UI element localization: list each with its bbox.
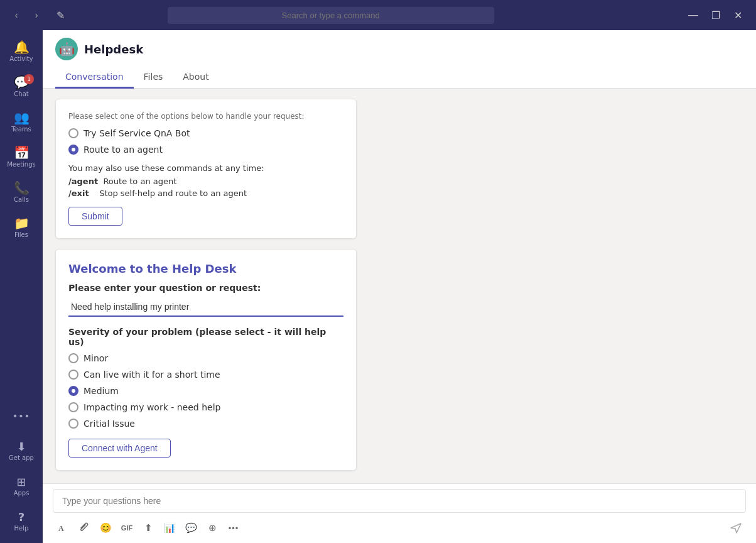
get-app-icon: ⬇ — [16, 441, 26, 452]
severity-minor[interactable]: Minor — [68, 353, 343, 363]
tab-conversation[interactable]: Conversation — [55, 67, 134, 89]
card1-options: Try Self Service QnA Bot Route to an age… — [68, 128, 343, 155]
sidebar-item-label: Files — [14, 231, 28, 238]
sidebar-item-get-app[interactable]: ⬇ Get app — [4, 435, 39, 468]
send-button[interactable] — [726, 518, 746, 538]
severity-critical-label: Critial Issue — [84, 419, 135, 429]
more-options-button[interactable]: ••• — [224, 518, 244, 538]
close-button[interactable]: ✕ — [728, 6, 748, 24]
title-bar: ‹ › ✎ — ❐ ✕ — [0, 0, 756, 30]
channel-title: Helpdesk — [84, 43, 143, 56]
sidebar-item-help[interactable]: ? Help — [4, 505, 39, 538]
severity-impacting-label: Impacting my work - need help — [84, 402, 220, 412]
submit-button[interactable]: Submit — [68, 207, 122, 226]
sticker-button[interactable]: ⬆ — [138, 518, 158, 538]
sidebar-item-activity[interactable]: 🔔 Activity — [4, 35, 39, 68]
sidebar-item-label: Activity — [9, 55, 33, 62]
chat-badge: 1 — [24, 74, 34, 84]
sidebar-item-apps[interactable]: ⊞ Apps — [4, 470, 39, 503]
radio-medium[interactable] — [68, 386, 78, 396]
question-label: Please enter your question or request: — [68, 283, 343, 293]
sidebar-item-more[interactable]: ••• — [4, 400, 39, 432]
sidebar-item-label: Calls — [14, 196, 29, 203]
apps-toolbar-button[interactable]: ⊕ — [202, 518, 222, 538]
chart-button[interactable]: 📊 — [159, 518, 180, 538]
meeting-button[interactable]: 💬 — [181, 518, 201, 538]
severity-can-live-label: Can live with it for a short time — [84, 370, 220, 380]
sidebar-item-teams[interactable]: 👥 Teams — [4, 106, 39, 138]
sidebar-item-label: Chat — [14, 90, 28, 97]
messages-area: Please select one of the options below t… — [43, 89, 756, 483]
route-card: Please select one of the options below t… — [55, 99, 357, 239]
maximize-button[interactable]: ❐ — [706, 6, 726, 24]
severity-impacting[interactable]: Impacting my work - need help — [68, 402, 343, 412]
welcome-card: Welcome to the Help Desk Please enter yo… — [55, 249, 357, 471]
back-button[interactable]: ‹ — [8, 6, 25, 24]
teams-icon: 👥 — [14, 111, 30, 124]
compose-button[interactable]: ✎ — [50, 5, 70, 25]
severity-medium-label: Medium — [84, 386, 119, 396]
card1-header: Please select one of the options below t… — [68, 112, 343, 121]
sidebar-item-meetings[interactable]: 📅 Meetings — [4, 141, 39, 173]
channel-header: 🤖 Helpdesk Conversation Files About — [43, 30, 756, 89]
sidebar-item-label: Teams — [11, 126, 31, 133]
tab-about[interactable]: About — [173, 67, 219, 89]
connect-agent-button[interactable]: Connect with Agent — [68, 439, 171, 458]
sidebar-item-chat[interactable]: 💬 Chat 1 — [4, 70, 39, 103]
window-controls: — ❐ ✕ — [683, 6, 748, 24]
emoji-button[interactable]: 😊 — [95, 518, 116, 538]
more-icon: ••• — [13, 412, 30, 420]
forward-button[interactable]: › — [28, 6, 45, 24]
tab-files[interactable]: Files — [134, 67, 173, 89]
sidebar-item-files[interactable]: 📁 Files — [4, 211, 39, 244]
content-area: 🤖 Helpdesk Conversation Files About Plea… — [43, 30, 756, 543]
radio-minor[interactable] — [68, 353, 78, 363]
toolbar: A 😊 GIF ⬆ 📊 💬 ⊕ ••• — [53, 518, 746, 538]
option-route-agent-label: Route to an agent — [84, 145, 163, 155]
option-route-agent[interactable]: Route to an agent — [68, 145, 343, 155]
radio-can-live[interactable] — [68, 370, 78, 380]
giphy-button[interactable]: GIF — [117, 518, 137, 538]
bot-avatar: 🤖 — [55, 38, 78, 60]
format-text-button[interactable]: A — [53, 518, 73, 538]
option-self-service[interactable]: Try Self Service QnA Bot — [68, 128, 343, 138]
commands-title: You may also use these commands at any t… — [68, 163, 343, 173]
severity-can-live[interactable]: Can live with it for a short time — [68, 370, 343, 380]
sidebar-item-label: Help — [14, 525, 29, 532]
welcome-title: Welcome to the Help Desk — [68, 262, 343, 275]
help-icon: ? — [18, 512, 24, 523]
message-input[interactable] — [53, 489, 746, 513]
files-icon: 📁 — [14, 217, 30, 229]
question-input[interactable] — [68, 298, 343, 317]
meetings-icon: 📅 — [14, 146, 30, 159]
radio-route-agent[interactable] — [68, 145, 78, 155]
option-self-service-label: Try Self Service QnA Bot — [84, 128, 190, 138]
channel-tabs: Conversation Files About — [55, 67, 743, 88]
severity-options: Minor Can live with it for a short time … — [68, 353, 343, 429]
radio-impacting[interactable] — [68, 402, 78, 412]
command-exit: /exit Stop self-help and route to an age… — [68, 189, 343, 198]
minimize-button[interactable]: — — [683, 6, 703, 24]
input-area: A 😊 GIF ⬆ 📊 💬 ⊕ ••• — [43, 483, 756, 543]
radio-critical[interactable] — [68, 419, 78, 429]
radio-self-service[interactable] — [68, 128, 78, 138]
sidebar-item-label: Meetings — [7, 161, 36, 168]
apps-icon: ⊞ — [16, 476, 26, 488]
severity-minor-label: Minor — [84, 353, 108, 363]
command-agent: /agent Route to an agent — [68, 177, 343, 186]
search-input[interactable] — [168, 7, 494, 24]
sidebar-item-label: Get app — [9, 454, 34, 461]
calls-icon: 📞 — [14, 182, 30, 194]
sidebar-item-label: Apps — [14, 490, 30, 496]
commands-section: You may also use these commands at any t… — [68, 163, 343, 198]
severity-medium[interactable]: Medium — [68, 386, 343, 396]
attach-button[interactable] — [74, 518, 94, 538]
severity-label: Severity of your problem (please select … — [68, 327, 343, 347]
severity-critical[interactable]: Critial Issue — [68, 419, 343, 429]
nav-controls: ‹ › — [8, 6, 45, 24]
sidebar-item-calls[interactable]: 📞 Calls — [4, 176, 39, 209]
svg-text:A: A — [58, 524, 64, 533]
sidebar: 🔔 Activity 💬 Chat 1 👥 Teams 📅 Meetings 📞… — [0, 30, 43, 543]
activity-icon: 🔔 — [14, 41, 30, 53]
